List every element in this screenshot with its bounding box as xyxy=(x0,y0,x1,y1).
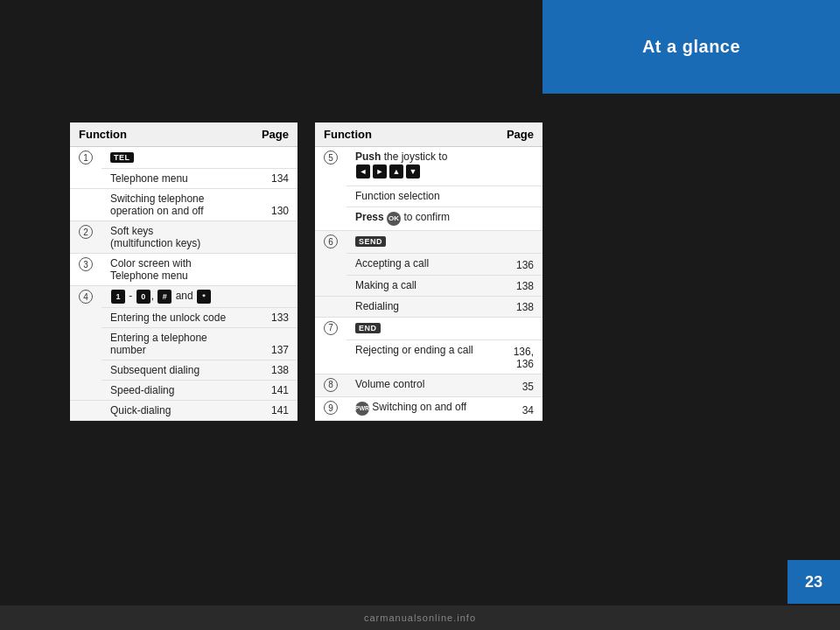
table-row: 8 Volume control 35 xyxy=(315,374,542,396)
page-cell xyxy=(494,207,542,231)
right-function-table: Function Page 5 Push the joystick to ◄ ►… xyxy=(315,122,542,421)
subsequent-dialing-cell: Subsequent dialing xyxy=(102,360,248,381)
table-row: Function selection xyxy=(315,186,542,207)
row-number: 5 xyxy=(324,150,338,164)
page-cell: 137 xyxy=(248,328,298,360)
key-star: * xyxy=(197,290,211,304)
table-row: 7 END xyxy=(315,317,542,340)
page-cell: 136,136 xyxy=(494,340,542,374)
page-number-box: 23 xyxy=(788,560,840,604)
switching-cell: Switching telephoneoperation on and off xyxy=(102,189,248,221)
key-1: 1 xyxy=(111,290,125,304)
page-cell: 134 xyxy=(248,169,298,189)
accepting-call-cell: Accepting a call xyxy=(346,254,494,275)
table-row: 5 Push the joystick to ◄ ► ▲ ▼ xyxy=(315,147,542,186)
telephone-number-cell: Entering a telephonenumber xyxy=(102,328,248,360)
table-row: Making a call 138 xyxy=(315,275,542,296)
soft-keys-cell: Soft keys(multifunction keys) xyxy=(102,221,248,254)
row-number: 1 xyxy=(79,150,93,164)
page-cell: 138 xyxy=(248,360,298,381)
send-badge-cell: SEND xyxy=(346,231,494,254)
left-table-function-header: Function xyxy=(70,122,248,147)
page-cell xyxy=(494,147,542,186)
table-row: Press OK to confirm xyxy=(315,207,542,231)
quick-dialing-cell: Quick-dialing xyxy=(102,401,248,421)
table-row: Switching telephoneoperation on and off … xyxy=(70,189,298,221)
unlock-code-cell: Entering the unlock code xyxy=(102,308,248,328)
header-title: At a glance xyxy=(642,37,740,57)
row-number: 3 xyxy=(79,257,93,271)
arrow-down-key: ▼ xyxy=(406,164,420,178)
pwr-badge: PWR xyxy=(355,402,369,416)
row-num-spacer xyxy=(70,189,102,221)
page-cell xyxy=(494,231,542,254)
ok-badge: OK xyxy=(387,212,401,226)
table-row: 6 SEND xyxy=(315,231,542,254)
making-call-cell: Making a call xyxy=(346,275,494,296)
page-cell: 133 xyxy=(248,308,298,328)
table-row: 2 Soft keys(multifunction keys) xyxy=(70,221,298,254)
row-num-empty xyxy=(315,296,346,317)
arrow-up-key: ▲ xyxy=(389,164,403,178)
row-number: 8 xyxy=(324,378,338,392)
main-content: Function Page 1 TEL Telephone menu 134 S… xyxy=(70,122,542,421)
row-number: 4 xyxy=(79,290,93,304)
key-icons-cell: 1 - 0, # and * xyxy=(102,286,248,308)
press-ok-cell: Press OK to confirm xyxy=(346,207,494,231)
end-badge: END xyxy=(355,323,381,333)
switching-on-off-cell: PWR Switching on and off xyxy=(346,397,494,421)
telephone-menu-cell: Telephone menu xyxy=(102,169,248,189)
table-row: Quick-dialing 141 xyxy=(70,401,298,421)
table-row: Entering a telephonenumber 137 xyxy=(70,328,298,360)
row-number: 9 xyxy=(324,401,338,415)
page-cell: 138 xyxy=(494,296,542,317)
page-cell: 138 xyxy=(494,275,542,296)
page-cell: 141 xyxy=(248,381,298,401)
volume-control-cell: Volume control xyxy=(346,374,494,396)
row-num-empty xyxy=(70,401,102,421)
table-row: Subsequent dialing 138 xyxy=(70,360,298,381)
page-cell xyxy=(248,147,298,169)
watermark-bar: carmanualsonline.info xyxy=(0,606,840,630)
page-cell xyxy=(494,317,542,340)
page-cell: 130 xyxy=(248,189,298,221)
end-badge-cell: END xyxy=(346,317,494,340)
table-row: Accepting a call 136 xyxy=(315,254,542,275)
page-number: 23 xyxy=(805,573,822,592)
speed-dialing-cell: Speed-dialing xyxy=(102,381,248,401)
page-cell xyxy=(248,221,298,254)
left-table-page-header: Page xyxy=(248,122,298,147)
table-row: Rejecting or ending a call 136,136 xyxy=(315,340,542,374)
row-number: 2 xyxy=(79,225,93,239)
reject-call-cell: Rejecting or ending a call xyxy=(346,340,494,374)
tel-badge-cell: TEL xyxy=(102,147,248,169)
table-row: 4 1 - 0, # and * xyxy=(70,286,298,308)
function-selection-cell: Function selection xyxy=(346,186,494,207)
watermark-text: carmanualsonline.info xyxy=(364,612,476,623)
page-cell: 35 xyxy=(494,374,542,396)
table-row: 3 Color screen withTelephone menu xyxy=(70,254,298,286)
page-cell: 136 xyxy=(494,254,542,275)
tel-badge: TEL xyxy=(110,152,134,163)
table-row: 9 PWR Switching on and off 34 xyxy=(315,397,542,421)
page-cell: 34 xyxy=(494,397,542,421)
send-badge: SEND xyxy=(355,236,386,247)
row-number: 6 xyxy=(324,234,338,248)
key-hash: # xyxy=(158,290,172,304)
table-row: Redialing 138 xyxy=(315,296,542,317)
page-cell: 141 xyxy=(248,401,298,421)
color-screen-cell: Color screen withTelephone menu xyxy=(102,254,248,286)
table-row: Telephone menu 134 xyxy=(70,169,298,189)
page-cell xyxy=(494,186,542,207)
joystick-direction-keys: ◄ ► ▲ ▼ xyxy=(355,164,421,178)
table-row: 1 TEL xyxy=(70,147,298,169)
right-table-function-header: Function xyxy=(315,122,494,147)
left-function-table: Function Page 1 TEL Telephone menu 134 S… xyxy=(70,122,298,421)
arrow-left-key: ◄ xyxy=(356,164,370,178)
push-joystick-cell: Push the joystick to ◄ ► ▲ ▼ xyxy=(346,147,494,186)
header-banner: At a glance xyxy=(542,0,840,94)
row-number: 7 xyxy=(324,321,338,335)
key-0: 0 xyxy=(136,290,150,304)
arrow-right-key: ► xyxy=(373,164,387,178)
redialing-cell: Redialing xyxy=(346,296,494,317)
